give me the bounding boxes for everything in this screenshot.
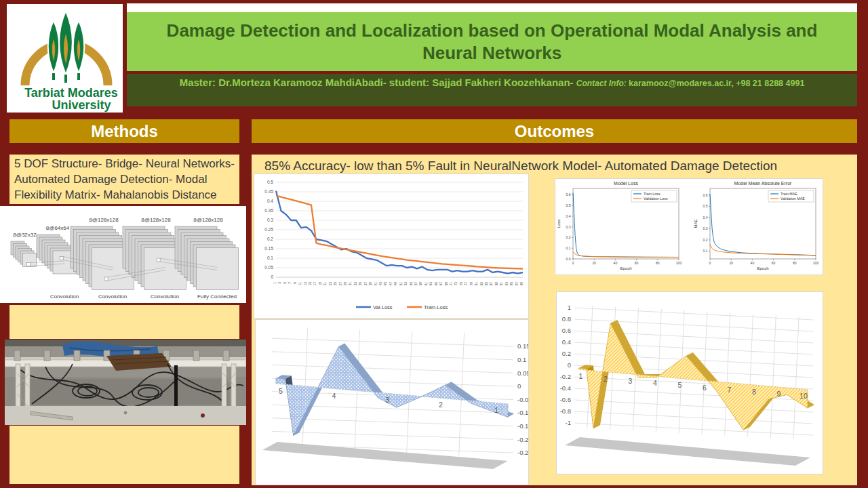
svg-text:67: 67 — [439, 282, 443, 286]
svg-text:5: 5 — [677, 381, 682, 389]
svg-text:0: 0 — [517, 382, 521, 390]
svg-text:Model Loss: Model Loss — [614, 181, 638, 186]
svg-text:29: 29 — [344, 282, 347, 286]
svg-text:100: 100 — [676, 261, 682, 265]
val-train-loss-graphic: 00.050.10.150.20.250.30.350.40.450.51357… — [254, 174, 528, 318]
svg-text:8@32x32: 8@32x32 — [13, 232, 37, 238]
svg-text:Epoch: Epoch — [757, 266, 768, 270]
methods-heading: Methods — [91, 122, 158, 141]
header-white-strip — [127, 3, 857, 12]
damage-localization-chart-5dof: 0.150.10.050-0.05-0.1-0.15-0.2-0.2554321 — [255, 319, 529, 485]
svg-text:6: 6 — [703, 384, 707, 392]
svg-text:1: 1 — [568, 304, 571, 311]
university-logo-graphic: Tarbiat Modares University — [7, 4, 123, 113]
svg-text:7: 7 — [288, 282, 292, 284]
svg-text:63: 63 — [429, 282, 433, 286]
svg-text:41: 41 — [374, 282, 378, 286]
svg-text:3: 3 — [628, 377, 632, 385]
svg-text:Model Mean Absolute Error: Model Mean Absolute Error — [734, 181, 792, 186]
svg-text:37: 37 — [364, 282, 368, 286]
svg-text:87: 87 — [490, 282, 493, 286]
damage-localization-5dof-graphic: 0.150.10.050-0.05-0.1-0.15-0.2-0.2554321 — [256, 320, 528, 485]
contact-info-label: Contact Info: — [576, 79, 629, 88]
svg-text:0.6: 0.6 — [562, 327, 571, 334]
svg-text:-0.8: -0.8 — [560, 407, 571, 415]
svg-text:8: 8 — [752, 388, 756, 396]
svg-text:0.4: 0.4 — [267, 199, 273, 203]
svg-text:57: 57 — [414, 282, 418, 286]
svg-text:31: 31 — [349, 282, 352, 286]
svg-text:0.35: 0.35 — [264, 208, 273, 213]
svg-text:59: 59 — [419, 282, 422, 286]
svg-text:0.8: 0.8 — [562, 315, 571, 323]
svg-text:1: 1 — [494, 406, 498, 414]
svg-text:0.5: 0.5 — [267, 180, 273, 184]
svg-text:73: 73 — [454, 282, 458, 286]
svg-text:Validation MAE: Validation MAE — [781, 197, 805, 201]
svg-text:Train MAE: Train MAE — [781, 192, 797, 196]
svg-text:0.3: 0.3 — [566, 225, 571, 229]
svg-text:0.4: 0.4 — [566, 214, 571, 218]
outcomes-section-header: Outcomes — [252, 119, 857, 143]
svg-text:0.5: 0.5 — [703, 204, 708, 208]
svg-text:4: 4 — [653, 379, 657, 387]
cypress-trees-icon — [48, 11, 85, 83]
svg-text:0.15: 0.15 — [517, 342, 528, 350]
svg-text:8@128x128: 8@128x128 — [193, 217, 223, 223]
contact-info-value: karamooz@modares.ac.ir, +98 21 8288 4991 — [629, 79, 804, 88]
svg-text:Train Loss: Train Loss — [644, 192, 660, 196]
svg-text:80: 80 — [656, 261, 660, 265]
svg-text:79: 79 — [470, 282, 473, 286]
svg-text:2: 2 — [604, 375, 608, 383]
svg-text:-0.25: -0.25 — [517, 449, 528, 456]
svg-text:1: 1 — [578, 372, 583, 380]
cnn-diagram-graphic: 8@32x328@64x648@128x1288@128x1288@128x12… — [0, 206, 246, 303]
svg-text:0: 0 — [709, 261, 711, 265]
svg-text:Val-Loss: Val-Loss — [373, 304, 393, 310]
university-logo: Tarbiat Modares University — [7, 4, 123, 113]
svg-text:3: 3 — [278, 282, 281, 284]
svg-text:83: 83 — [480, 282, 484, 286]
svg-text:0.1: 0.1 — [703, 249, 708, 253]
svg-text:-0.15: -0.15 — [517, 422, 528, 430]
svg-text:15: 15 — [309, 282, 312, 286]
svg-text:9: 9 — [776, 390, 781, 398]
model-loss-mae-charts: Model Loss0.00.10.20.30.40.50.6020406080… — [555, 178, 823, 275]
svg-text:71: 71 — [450, 282, 453, 286]
outcomes-heading: Outcomes — [515, 122, 594, 141]
svg-text:0: 0 — [572, 261, 574, 265]
svg-text:Convolution: Convolution — [151, 293, 179, 300]
svg-text:10: 10 — [800, 392, 808, 400]
svg-text:60: 60 — [772, 261, 776, 265]
svg-text:-0.6: -0.6 — [560, 396, 571, 403]
svg-text:0.3: 0.3 — [267, 218, 273, 222]
svg-text:20: 20 — [592, 261, 596, 265]
svg-text:2: 2 — [439, 401, 443, 409]
svg-text:35: 35 — [359, 282, 362, 286]
svg-text:33: 33 — [354, 282, 357, 286]
svg-text:0.05: 0.05 — [264, 265, 273, 270]
svg-text:0.5: 0.5 — [566, 203, 571, 207]
svg-text:0.3: 0.3 — [703, 226, 708, 230]
svg-text:17: 17 — [313, 282, 317, 286]
svg-text:91: 91 — [500, 282, 503, 286]
svg-text:40: 40 — [614, 261, 618, 265]
svg-text:19: 19 — [319, 282, 322, 286]
authors-bar: Master: Dr.Morteza Karamooz MahdiAbadi- … — [127, 74, 857, 106]
svg-text:45: 45 — [384, 282, 387, 286]
svg-text:Convolution: Convolution — [50, 293, 79, 300]
svg-text:75: 75 — [460, 282, 463, 286]
svg-text:8@128x128: 8@128x128 — [89, 217, 119, 223]
svg-text:39: 39 — [369, 282, 372, 286]
svg-text:Epoch: Epoch — [620, 266, 631, 270]
svg-text:-0.2: -0.2 — [560, 373, 571, 380]
svg-text:0.2: 0.2 — [562, 350, 571, 357]
svg-text:77: 77 — [465, 282, 468, 286]
svg-text:MAE: MAE — [694, 219, 698, 228]
cnn-architecture-diagram: 8@32x328@64x648@128x1288@128x1288@128x12… — [0, 206, 246, 303]
authors-text: Master: Dr.Morteza Karamooz MahdiAbadi- … — [180, 77, 576, 88]
svg-text:8@64x64: 8@64x64 — [46, 225, 70, 231]
svg-text:23: 23 — [329, 282, 332, 286]
svg-text:-0.1: -0.1 — [517, 409, 528, 416]
svg-text:65: 65 — [435, 282, 438, 286]
